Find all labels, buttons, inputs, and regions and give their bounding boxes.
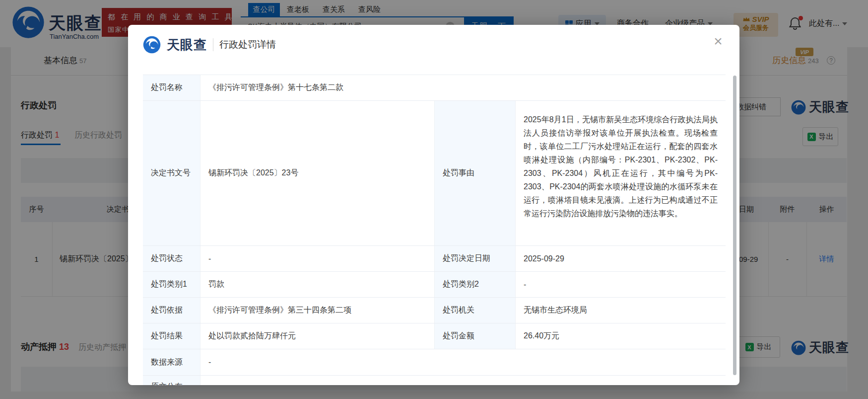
table-row: 处罚类别1 罚款 处罚类别2 - bbox=[143, 271, 726, 297]
penalty-detail-table: 处罚名称 《排污许可管理条例》第十七条第二款 决定书文号 锡新环罚决〔2025〕… bbox=[143, 75, 726, 385]
close-icon[interactable]: × bbox=[710, 33, 727, 50]
divider bbox=[213, 38, 213, 51]
field-value: - bbox=[515, 272, 726, 297]
field-label: 处罚事由 bbox=[434, 101, 515, 245]
field-label: 处罚金额 bbox=[434, 323, 515, 349]
field-label: 处罚名称 bbox=[143, 75, 200, 100]
table-row: 原文公布 bbox=[143, 375, 726, 385]
table-row: 数据来源 - bbox=[143, 349, 726, 375]
field-value: 《排污许可管理条例》第十七条第二款 bbox=[200, 75, 726, 100]
table-row: 处罚名称 《排污许可管理条例》第十七条第二款 bbox=[143, 75, 726, 100]
field-label: 处罚类别1 bbox=[143, 272, 200, 297]
modal-brand: 天眼查 bbox=[167, 36, 207, 54]
table-row: 处罚依据 《排污许可管理条例》第三十四条第二项 处罚机关 无锡市生态环境局 bbox=[143, 297, 726, 323]
field-value: 罚款 bbox=[200, 272, 434, 297]
field-label: 处罚决定日期 bbox=[434, 246, 515, 271]
penalty-detail-modal: 天眼查 行政处罚详情 × 处罚名称 《排污许可管理条例》第十七条第二款 决定书文… bbox=[128, 25, 739, 385]
modal-header: 天眼查 行政处罚详情 bbox=[143, 36, 276, 54]
table-row: 决定书文号 锡新环罚决〔2025〕23号 处罚事由 2025年8月1日，无锡市新… bbox=[143, 100, 726, 245]
app-canvas: 天眼查 TianYanCha.com 都 在 用 的 商 业 查 询 工 具 国… bbox=[0, 0, 868, 399]
table-row: 处罚结果 处以罚款贰拾陆万肆仟元 处罚金额 26.40万元 bbox=[143, 323, 726, 349]
field-value: 《排污许可管理条例》第三十四条第二项 bbox=[200, 298, 434, 323]
field-value: 2025年8月1日，无锡市新吴生态环境综合行政执法局执法人员接信访举报对该单位开… bbox=[515, 101, 726, 245]
field-value: 无锡市生态环境局 bbox=[515, 298, 726, 323]
field-label: 原文公布 bbox=[143, 376, 200, 385]
field-value: - bbox=[200, 349, 726, 375]
modal-title: 行政处罚详情 bbox=[219, 38, 276, 51]
field-value: 处以罚款贰拾陆万肆仟元 bbox=[200, 323, 434, 349]
field-label: 处罚机关 bbox=[434, 298, 515, 323]
field-label: 处罚结果 bbox=[143, 323, 200, 349]
field-value: - bbox=[200, 246, 434, 271]
field-label: 处罚状态 bbox=[143, 246, 200, 271]
tianyancha-logo-icon bbox=[143, 36, 161, 54]
field-value: 2025-09-29 bbox=[515, 246, 726, 271]
modal-scrollbar[interactable] bbox=[733, 76, 736, 375]
field-label: 决定书文号 bbox=[143, 101, 200, 245]
field-label: 处罚依据 bbox=[143, 298, 200, 323]
field-value bbox=[200, 376, 726, 385]
field-label: 处罚类别2 bbox=[434, 272, 515, 297]
field-value: 26.40万元 bbox=[515, 323, 726, 349]
field-label: 数据来源 bbox=[143, 349, 200, 375]
field-value: 锡新环罚决〔2025〕23号 bbox=[200, 101, 434, 245]
table-row: 处罚状态 - 处罚决定日期 2025-09-29 bbox=[143, 245, 726, 271]
